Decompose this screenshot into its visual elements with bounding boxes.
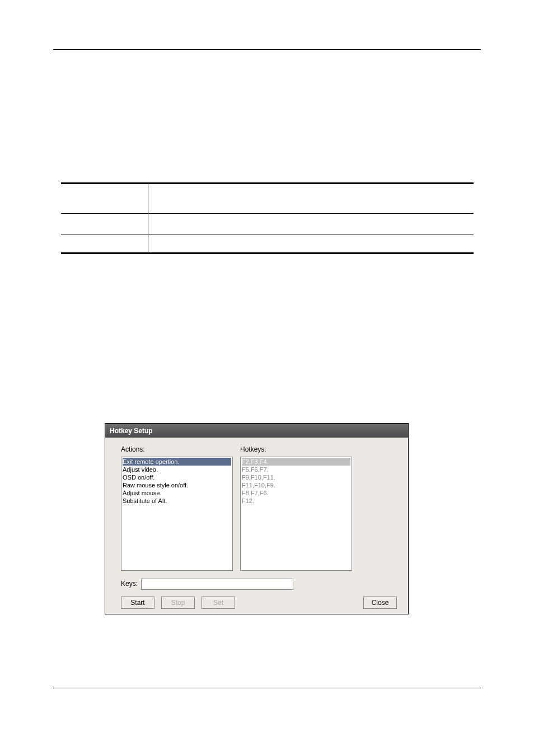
list-item[interactable]: F8,F7,F6. <box>242 489 350 497</box>
hotkeys-listbox[interactable]: F2,F3,F4. F5,F6,F7. F9,F10,F11. F11,F10,… <box>240 457 352 571</box>
set-button[interactable]: Set <box>202 597 235 609</box>
hotkey-setup-dialog: Hotkey Setup Actions: Hotkeys: Exit remo… <box>105 423 409 614</box>
list-item[interactable]: F11,F10,F9. <box>242 481 350 489</box>
start-button[interactable]: Start <box>121 597 154 609</box>
list-item[interactable]: Exit remote opertion. <box>123 458 231 466</box>
list-item[interactable]: Substitute of Alt. <box>123 497 231 505</box>
table-outline <box>61 182 474 254</box>
list-item[interactable]: F5,F6,F7. <box>242 466 350 473</box>
stop-button[interactable]: Stop <box>161 597 195 609</box>
page-top-rule <box>53 49 481 50</box>
list-item[interactable]: Adjust video. <box>123 466 231 473</box>
hotkeys-label: Hotkeys: <box>240 445 266 453</box>
list-item[interactable]: OSD on/off. <box>123 473 231 481</box>
list-item[interactable]: F9,F10,F11. <box>242 473 350 481</box>
list-item[interactable]: F2,F3,F4. <box>242 458 350 466</box>
close-button[interactable]: Close <box>363 597 397 609</box>
keys-label: Keys: <box>121 580 138 588</box>
dialog-title: Hotkey Setup <box>110 427 153 435</box>
list-item[interactable]: Raw mouse style on/off. <box>123 481 231 489</box>
dialog-titlebar: Hotkey Setup <box>105 424 408 438</box>
actions-label: Actions: <box>121 445 145 453</box>
actions-listbox[interactable]: Exit remote opertion. Adjust video. OSD … <box>121 457 233 571</box>
list-item[interactable]: F12. <box>242 497 350 505</box>
list-item[interactable]: Adjust mouse. <box>123 489 231 497</box>
keys-field[interactable] <box>141 579 293 590</box>
dialog-body: Actions: Hotkeys: Exit remote opertion. … <box>105 438 408 614</box>
page-bottom-rule <box>53 688 481 688</box>
